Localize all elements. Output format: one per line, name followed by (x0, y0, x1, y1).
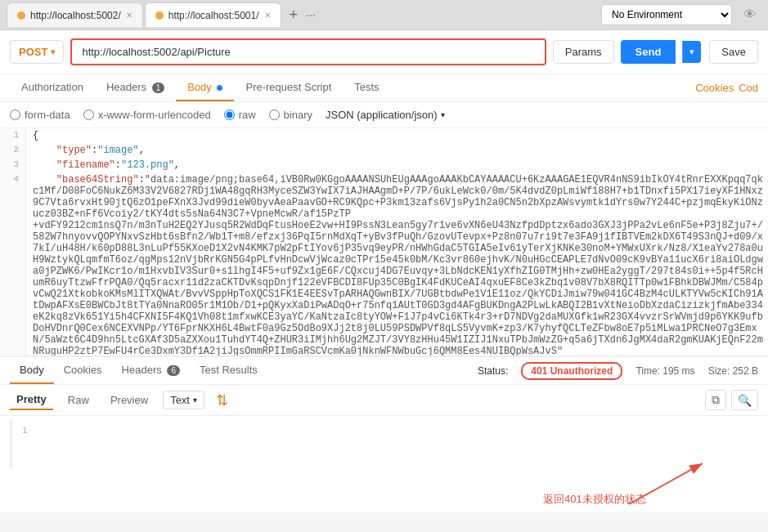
line-content-4: "base64String":"data:image/png;base64,iV… (26, 172, 768, 357)
response-content-area: 1 返回401未授权的状态 (0, 419, 768, 512)
line-number-3: 3 (0, 158, 26, 172)
response-section: Body Cookies Headers 6 Test Results Stat… (0, 357, 768, 512)
raw-format-chevron: ▾ (441, 110, 445, 119)
annotation-container: 返回401未授权的状态 (0, 472, 768, 512)
tab-dot-2 (155, 11, 164, 20)
resp-line-number: 1 (22, 426, 28, 436)
raw-format-select[interactable]: JSON (application/json) ▾ (326, 109, 445, 121)
size-info: Size: 252 B (708, 365, 758, 377)
body-options: form-data x-www-form-urlencoded raw bina… (0, 102, 768, 128)
browser-tab-2[interactable]: http://localhost:5001/ ✕ (145, 2, 281, 27)
tab-dot-1 (17, 11, 25, 20)
send-button[interactable]: Send (621, 40, 676, 64)
editor-line-4: 4 "base64String":"data:image/png;base64,… (0, 172, 768, 357)
tab-body[interactable]: Body (176, 74, 234, 101)
tab-close-2[interactable]: ✕ (264, 11, 271, 20)
text-format-select[interactable]: Text ▾ (163, 391, 204, 409)
editor-area[interactable]: 1 { 2 "type":"image", 3 "filename":"123.… (0, 128, 768, 357)
form-data-radio[interactable] (10, 110, 20, 120)
tab-pre-request[interactable]: Pre-request Script (234, 74, 343, 101)
resp-tab-body[interactable]: Body (10, 357, 54, 384)
resp-tab-cookies[interactable]: Cookies (54, 357, 112, 384)
postman-app: POST ▾ Params Send ▾ Save Authorization … (0, 30, 768, 512)
line-content-2: "type":"image", (26, 143, 768, 158)
fmt-tab-preview[interactable]: Preview (104, 391, 155, 409)
cookies-link[interactable]: Cookies (695, 82, 734, 94)
arrow-annotation-svg: 返回401未授权的状态 (539, 455, 719, 512)
tab-tests[interactable]: Tests (343, 74, 390, 101)
response-format-bar: Pretty Raw Preview Text ▾ ⇅ ⧉ 🔍 (0, 385, 768, 416)
urlencoded-radio[interactable] (83, 110, 94, 120)
more-tabs-button[interactable]: ··· (306, 8, 316, 21)
new-tab-button[interactable]: + (283, 7, 305, 24)
resp-action-icons: ⧉ 🔍 (705, 390, 758, 410)
tab-url-2: http://localhost:5001/ (168, 10, 259, 21)
search-icon[interactable]: 🔍 (731, 390, 758, 410)
request-bar: POST ▾ Params Send ▾ Save (0, 30, 768, 74)
browser-chrome: http://localhost:5002/ ✕ http://localhos… (0, 0, 768, 30)
save-button[interactable]: Save (709, 40, 758, 64)
tab-url-1: http://localhost:5002/ (30, 10, 121, 21)
method-chevron-icon: ▾ (51, 47, 55, 56)
line-number-1: 1 (0, 128, 26, 143)
editor-line-3: 3 "filename":"123.png", (0, 158, 768, 172)
editor-line-2: 2 "type":"image", (0, 143, 768, 158)
resp-tab-test-results[interactable]: Test Results (190, 357, 267, 384)
form-data-option[interactable]: form-data (10, 109, 70, 121)
text-format-label: Text (170, 394, 190, 406)
tab-authorization[interactable]: Authorization (10, 74, 95, 101)
request-tabs: Authorization Headers 1 Body Pre-request… (0, 74, 768, 102)
method-select[interactable]: POST ▾ (10, 40, 64, 64)
line-content-3: "filename":"123.png", (26, 158, 768, 172)
copy-icon[interactable]: ⧉ (705, 390, 726, 410)
sort-icon[interactable]: ⇅ (216, 391, 228, 409)
annotation-text: 返回401未授权的状态 (543, 493, 646, 505)
url-input[interactable] (70, 38, 546, 65)
text-format-chevron-icon: ▾ (193, 396, 197, 405)
send-dropdown-button[interactable]: ▾ (682, 41, 701, 63)
cod-link[interactable]: Cod (739, 82, 758, 94)
urlencoded-option[interactable]: x-www-form-urlencoded (83, 109, 211, 121)
line-number-2: 2 (0, 143, 26, 158)
tab-close-1[interactable]: ✕ (126, 11, 132, 20)
tab-headers[interactable]: Headers 1 (95, 74, 176, 101)
binary-option[interactable]: binary (269, 109, 312, 121)
binary-radio[interactable] (269, 110, 280, 120)
response-tabs-bar: Body Cookies Headers 6 Test Results Stat… (0, 357, 768, 385)
time-info: Time: 195 ms (636, 365, 694, 377)
raw-option[interactable]: raw (224, 109, 256, 121)
line-content-1: { (26, 128, 768, 143)
fmt-tab-pretty[interactable]: Pretty (10, 390, 53, 410)
headers-badge: 1 (152, 83, 165, 93)
tab-bar: http://localhost:5002/ ✕ http://localhos… (0, 0, 768, 29)
raw-radio[interactable] (224, 110, 235, 120)
resp-line-1: 1 (22, 426, 748, 436)
status-area: Status: 401 Unauthorized Time: 195 ms Si… (478, 362, 758, 380)
raw-format-label: JSON (application/json) (326, 109, 438, 121)
resp-tab-headers[interactable]: Headers 6 (112, 357, 190, 384)
body-dot (217, 85, 222, 91)
status-badge: 401 Unauthorized (521, 362, 622, 380)
browser-tab-1[interactable]: http://localhost:5002/ ✕ (7, 2, 143, 27)
params-button[interactable]: Params (553, 40, 614, 64)
fmt-tab-raw[interactable]: Raw (61, 391, 96, 409)
editor-line-1: 1 { (0, 128, 768, 143)
method-label: POST (19, 46, 47, 58)
eye-icon[interactable]: 👁 (739, 6, 761, 24)
line-number-4: 4 (0, 172, 26, 357)
resp-headers-badge: 6 (167, 365, 180, 376)
environment-select[interactable]: No Environment (601, 4, 732, 25)
